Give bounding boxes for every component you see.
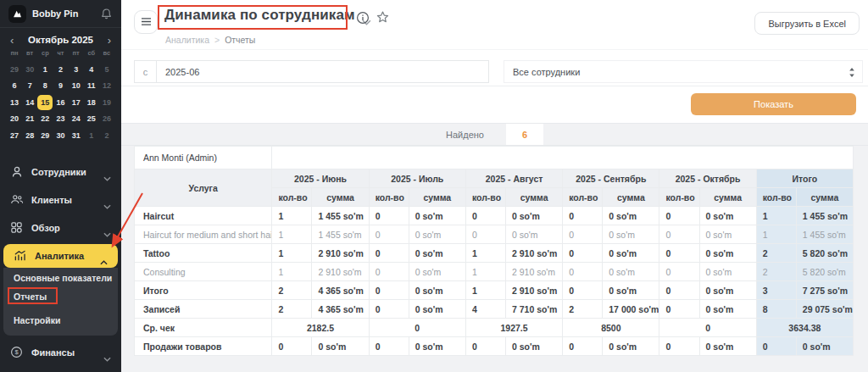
col-header-month: 2025 - Октябрь <box>659 169 756 188</box>
calendar-day[interactable]: 29 <box>37 127 53 144</box>
calendar-day[interactable]: 30 <box>22 61 37 78</box>
calendar-day[interactable]: 16 <box>53 94 68 111</box>
chevron-up-icon <box>100 253 108 258</box>
sidebar-item-finance[interactable]: $ Финансы <box>0 341 121 364</box>
calendar-day-selected[interactable]: 15 <box>37 95 53 110</box>
sidebar-item-employees[interactable]: Сотрудники <box>0 160 121 183</box>
sum-cell: 0 so'm <box>699 225 756 244</box>
calendar-day[interactable]: 11 <box>84 78 99 95</box>
count-cell: 1 <box>272 207 312 225</box>
calendar-day[interactable]: 20 <box>7 111 22 128</box>
calendar-day[interactable]: 2 <box>99 127 114 144</box>
weekday-label: вт <box>22 49 37 57</box>
calendar-day[interactable]: 17 <box>69 94 84 111</box>
page-title: Динамика по сотрудникам <box>164 7 355 24</box>
filter-divider <box>121 86 868 86</box>
calendar-day[interactable]: 23 <box>53 111 68 128</box>
col-header-month: 2025 - Июнь <box>272 169 369 188</box>
service-name-cell: Haircut <box>135 207 272 225</box>
breadcrumb-parent[interactable]: Аналитика <box>165 35 209 45</box>
show-button[interactable]: Показать <box>691 93 856 115</box>
sum-cell: 0 so'm <box>506 207 563 225</box>
top-card: Динамика по сотрудникам Аналитика > Отче… <box>121 0 868 123</box>
count-cell: 1 <box>756 225 796 244</box>
owner-row-spacer <box>272 147 854 169</box>
table-row: Продажи товаров00 so'm00 so'm00 so'm00 s… <box>135 337 854 356</box>
sum-cell: 0 so'm <box>409 244 465 263</box>
col-header-month: 2025 - Август <box>465 169 562 188</box>
submenu-item-key-indicators[interactable]: Основные показатели <box>7 269 114 287</box>
owner-name: Ann Monti (Admin) <box>135 147 272 169</box>
breadcrumb: Аналитика > Отчеты <box>165 35 255 45</box>
chevron-down-icon <box>103 169 111 175</box>
sidebar-item-analytics[interactable]: Аналитика <box>3 244 118 268</box>
calendar-day[interactable]: 25 <box>84 111 99 128</box>
calendar-day[interactable]: 21 <box>22 111 37 128</box>
calendar-day[interactable]: 5 <box>99 61 114 78</box>
calendar-day[interactable]: 7 <box>22 78 37 95</box>
calendar-day[interactable]: 27 <box>7 127 22 144</box>
calendar-day[interactable]: 1 <box>37 61 53 78</box>
calendar-day[interactable]: 14 <box>22 94 37 111</box>
avg-check-cell: 0 <box>659 319 756 337</box>
hamburger-menu-button[interactable] <box>134 10 158 34</box>
sidebar-item-clients[interactable]: Клиенты <box>0 188 121 211</box>
calendar-day[interactable]: 13 <box>7 94 22 111</box>
count-cell: 0 <box>369 337 409 356</box>
count-cell: 0 <box>659 207 699 225</box>
table-row: Haircut for medium and short hair11 455 … <box>135 225 854 244</box>
calendar-day[interactable]: 2 <box>53 61 68 78</box>
service-name-cell: Ср. чек <box>135 319 272 337</box>
service-name-cell: Продажи товаров <box>135 337 272 356</box>
calendar-day[interactable]: 31 <box>69 127 84 144</box>
col-header-count: кол-во <box>272 188 312 207</box>
count-cell: 2 <box>272 281 312 300</box>
calendar-day[interactable]: 8 <box>37 78 53 95</box>
submenu-label: Основные показатели <box>14 273 112 283</box>
calendar-day[interactable]: 6 <box>7 78 22 95</box>
calendar-day[interactable]: 29 <box>7 61 22 78</box>
date-from-field[interactable]: с <box>134 60 489 83</box>
breadcrumb-current[interactable]: Отчеты <box>225 35 255 45</box>
count-cell: 0 <box>369 244 409 263</box>
export-excel-button[interactable]: Выгрузить в Excel <box>754 12 860 35</box>
count-cell: 0 <box>369 207 409 225</box>
sum-cell: 0 so'm <box>506 337 563 356</box>
date-from-input[interactable] <box>157 61 488 82</box>
select-stepper-icon <box>849 66 855 77</box>
count-cell: 0 <box>659 244 699 263</box>
calendar-next-icon[interactable]: › <box>101 35 111 46</box>
calendar-day[interactable]: 3 <box>69 61 84 78</box>
submenu-item-settings[interactable]: Настройки <box>7 311 114 330</box>
star-favorite-icon[interactable] <box>376 10 389 24</box>
calendar-day[interactable]: 24 <box>69 111 84 128</box>
calendar-day[interactable]: 28 <box>22 127 37 144</box>
avg-check-cell: 8500 <box>563 319 659 337</box>
sum-cell: 1 455 so'm <box>796 225 853 244</box>
sum-cell: 0 so'm <box>603 244 659 263</box>
calendar-day[interactable]: 26 <box>99 111 114 128</box>
sum-cell: 7 710 so'm <box>506 300 563 319</box>
report-title-dropdown[interactable]: Динамика по сотрудникам <box>164 7 371 24</box>
sum-cell: 0 so'm <box>603 281 659 300</box>
employee-select[interactable]: Все сотрудники <box>504 60 863 83</box>
calendar-day[interactable]: 1 <box>84 127 99 144</box>
calendar-day[interactable]: 22 <box>37 111 53 128</box>
calendar-day[interactable]: 4 <box>84 61 99 78</box>
calendar-day[interactable]: 30 <box>53 127 68 144</box>
calendar-day[interactable]: 18 <box>84 94 99 111</box>
col-header-sum: сумма <box>506 188 563 207</box>
bell-icon[interactable] <box>100 8 113 20</box>
calendar-day[interactable]: 10 <box>69 78 84 95</box>
calendar-day[interactable]: 12 <box>99 78 114 95</box>
sidebar-item-overview[interactable]: Обзор <box>0 216 121 239</box>
info-icon[interactable] <box>356 11 370 25</box>
calendar-day[interactable]: 19 <box>99 94 114 111</box>
sidebar-item-label: Клиенты <box>31 195 103 205</box>
chevron-down-icon <box>103 197 111 203</box>
submenu-item-reports[interactable]: Отчеты <box>7 287 114 306</box>
calendar-day[interactable]: 9 <box>53 78 68 95</box>
sidebar-item-label: Финансы <box>31 347 103 358</box>
calendar-prev-icon[interactable]: ‹ <box>10 35 20 46</box>
sum-cell: 0 so'm <box>603 337 659 356</box>
